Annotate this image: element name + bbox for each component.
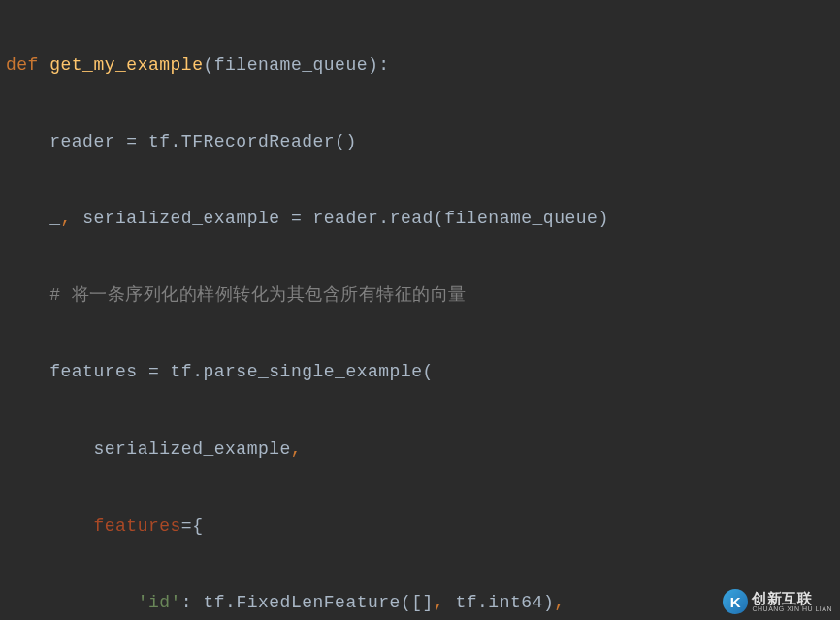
code-line: def get_my_example(filename_queue): (6, 47, 840, 85)
watermark-pinyin: CHUANG XIN HU LIAN (752, 605, 832, 612)
comment: # 将一条序列化的样例转化为其包含所有特征的向量 (49, 285, 467, 305)
watermark-text: 创新互联 CHUANG XIN HU LIAN (752, 591, 832, 612)
code-line: serialized_example, (6, 431, 840, 470)
paren: ( (203, 55, 213, 75)
watermark: K 创新互联 CHUANG XIN HU LIAN (723, 589, 832, 614)
watermark-logo-icon: K (723, 589, 748, 614)
code-line: features = tf.parse_single_example( (6, 353, 840, 392)
string-literal: 'id' (138, 593, 181, 612)
watermark-cn: 创新互联 (752, 591, 832, 605)
colon: : (378, 55, 389, 75)
function-name: get_my_example (49, 55, 203, 75)
code-line: reader = tf.TFRecordReader() (6, 123, 840, 162)
code-editor: def get_my_example(filename_queue): read… (0, 0, 840, 620)
code-line: _, serialized_example = reader.read(file… (6, 200, 840, 239)
code-line: 'id': tf.FixedLenFeature([], tf.int64), (6, 584, 840, 620)
variable: reader (49, 132, 115, 151)
code-line-comment: # 将一条序列化的样例转化为其包含所有特征的向量 (6, 277, 840, 315)
param: filename_queue (214, 55, 368, 75)
paren: ) (368, 55, 378, 75)
keyword-def: def (6, 55, 39, 75)
named-argument: features (93, 516, 180, 536)
code-line: features={ (6, 507, 840, 546)
